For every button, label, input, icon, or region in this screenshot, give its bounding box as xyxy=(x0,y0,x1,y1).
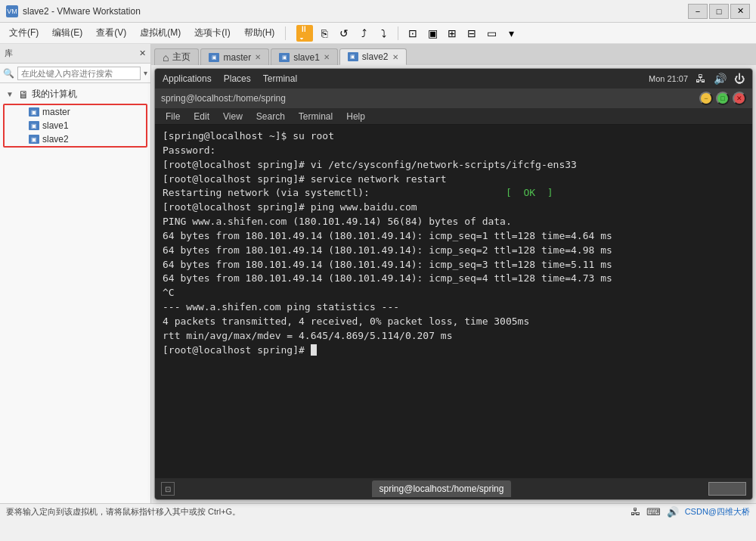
sidebar-title: 库 xyxy=(5,48,13,59)
status-right: 🖧 ⌨ 🔊 CSDN@四维大桥 xyxy=(631,506,750,518)
window-title: slave2 - VMware Workstation xyxy=(23,6,141,17)
tree-root-label: 我的计算机 xyxy=(32,88,77,101)
tree-root[interactable]: ▼ 🖥 我的计算机 xyxy=(0,86,150,102)
terminal-menu-search[interactable]: Search xyxy=(250,110,291,123)
tab-master-label: master xyxy=(223,52,251,63)
terminal-menu-file[interactable]: File xyxy=(160,110,186,123)
terminal-menu-bar: File Edit View Search Terminal Help xyxy=(155,108,752,125)
tab-vm-icon-slave1: ▣ xyxy=(279,53,290,62)
tab-master-close[interactable]: ✕ xyxy=(255,53,261,61)
search-input[interactable] xyxy=(17,67,141,80)
app-icon: VM xyxy=(6,5,18,17)
terminal-tab-label: spring@localhost:/home/spring xyxy=(380,483,504,494)
status-network-icon[interactable]: 🖧 xyxy=(631,506,640,518)
minimize-button[interactable]: − xyxy=(688,4,708,19)
sidebar-header: 库 ✕ xyxy=(0,44,150,64)
gnome-topbar-right: Mon 21:07 🖧 🔊 ⏻ xyxy=(649,73,745,85)
pause-button[interactable]: ⏸ ▾ xyxy=(296,25,313,42)
tree-children: ▣ master ▣ slave1 ▣ slave2 xyxy=(5,105,146,146)
status-bar: 要将输入定向到该虚拟机，请将鼠标指针移入其中或按 Ctrl+G。 🖧 ⌨ 🔊 C… xyxy=(0,503,756,520)
maximize-button[interactable]: □ xyxy=(709,4,729,19)
computer-icon: 🖥 xyxy=(17,89,29,100)
gnome-network-icon[interactable]: 🖧 xyxy=(696,73,706,85)
menu-file[interactable]: 文件(F) xyxy=(3,23,45,42)
vm-icon-master: ▣ xyxy=(29,107,39,117)
terminal-menu-terminal[interactable]: Terminal xyxy=(293,110,339,123)
gnome-minimize-button[interactable]: − xyxy=(699,92,713,105)
terminal-bottom-bar: ⊡ spring@localhost:/home/spring xyxy=(155,478,752,499)
search-icon: 🔍 xyxy=(3,68,14,79)
tab-slave1[interactable]: ▣ slave1 ✕ xyxy=(271,48,338,65)
terminal-menu-edit[interactable]: Edit xyxy=(187,110,215,123)
copy-icon[interactable]: ⎘ xyxy=(316,25,333,42)
terminal-tab-bar: spring@localhost:/home/spring xyxy=(372,480,512,497)
status-input-icon[interactable]: ⌨ xyxy=(646,506,661,518)
tab-slave2-label: slave2 xyxy=(362,51,389,62)
fullscreen-icon[interactable]: ⊡ xyxy=(404,25,421,42)
slave2-label: slave2 xyxy=(42,134,69,145)
menu-vm[interactable]: 虚拟机(M) xyxy=(134,23,187,42)
term-search-box[interactable] xyxy=(708,482,746,496)
status-message: 要将输入定向到该虚拟机，请将鼠标指针移入其中或按 Ctrl+G。 xyxy=(6,506,240,518)
vm-icon-slave2: ▣ xyxy=(29,135,39,144)
sidebar-search-bar: 🔍 ▾ xyxy=(0,64,150,83)
status-sound-icon[interactable]: 🔊 xyxy=(667,506,679,518)
gnome-topbar: Applications Places Terminal Mon 21:07 🖧… xyxy=(155,69,752,89)
receive-icon[interactable]: ⤵ xyxy=(375,25,392,42)
search-dropdown-icon[interactable]: ▾ xyxy=(144,69,147,77)
terminal-tab-spring[interactable]: spring@localhost:/home/spring xyxy=(372,480,512,497)
gnome-places-menu[interactable]: Places xyxy=(224,73,251,84)
sidebar-close-icon[interactable]: ✕ xyxy=(139,48,146,58)
slave1-label: slave1 xyxy=(42,120,69,131)
gnome-sound-icon[interactable]: 🔊 xyxy=(714,73,727,85)
tab-vm-icon-master: ▣ xyxy=(209,53,219,62)
title-bar-left: VM slave2 - VMware Workstation xyxy=(6,5,141,17)
sidebar-item-slave2[interactable]: ▣ slave2 xyxy=(26,132,146,146)
refresh-icon[interactable]: ↺ xyxy=(336,25,352,42)
gnome-terminal-menu[interactable]: Terminal xyxy=(263,73,297,84)
vm-group: ▣ master ▣ slave1 ▣ slave2 xyxy=(3,104,147,148)
menu-tabs[interactable]: 选项卡(I) xyxy=(188,23,236,42)
gnome-close-button[interactable]: ✕ xyxy=(733,92,746,105)
home-icon: ⌂ xyxy=(163,51,169,64)
watermark: CSDN@四维大桥 xyxy=(685,506,750,518)
content-area: ⌂ 主页 ▣ master ✕ ▣ slave1 ✕ ▣ slave2 ✕ xyxy=(151,44,756,503)
sidebar-item-master[interactable]: ▣ master xyxy=(26,105,146,119)
tab-slave1-close[interactable]: ✕ xyxy=(324,53,330,61)
grid-icon[interactable]: ⊞ xyxy=(444,25,460,42)
terminal-menu-view[interactable]: View xyxy=(217,110,249,123)
terminal-menu-help[interactable]: Help xyxy=(340,110,371,123)
menu-separator xyxy=(285,26,286,40)
gnome-maximize-button[interactable]: □ xyxy=(716,92,730,105)
vm-tabs-bar: ⌂ 主页 ▣ master ✕ ▣ slave1 ✕ ▣ slave2 ✕ xyxy=(151,44,756,65)
gnome-apps-menu[interactable]: Applications xyxy=(163,73,212,84)
terminal-frame: Applications Places Terminal Mon 21:07 🖧… xyxy=(151,65,756,503)
screen-icon[interactable]: ▭ xyxy=(483,25,500,42)
main-layout: 库 ✕ 🔍 ▾ ▼ 🖥 我的计算机 ▣ master ▣ xyxy=(0,44,756,503)
send-icon[interactable]: ⤴ xyxy=(355,25,372,42)
close-button[interactable]: ✕ xyxy=(730,4,750,19)
terminal-window-title: spring@localhost:/home/spring xyxy=(161,93,286,104)
toolbar-separator xyxy=(398,26,398,40)
menu-edit[interactable]: 编辑(E) xyxy=(46,23,88,42)
vm-icon-slave1: ▣ xyxy=(29,121,39,130)
sidebar: 库 ✕ 🔍 ▾ ▼ 🖥 我的计算机 ▣ master ▣ xyxy=(0,44,151,503)
menu-bar: 文件(F) 编辑(E) 查看(V) 虚拟机(M) 选项卡(I) 帮助(H) ⏸ … xyxy=(0,23,756,44)
gnome-power-icon[interactable]: ⏻ xyxy=(734,73,745,85)
menu-view[interactable]: 查看(V) xyxy=(90,23,132,42)
gnome-window: Applications Places Terminal Mon 21:07 🖧… xyxy=(154,68,753,500)
vm-icon[interactable]: ▣ xyxy=(424,25,441,42)
sidebar-item-slave1[interactable]: ▣ slave1 xyxy=(26,119,146,132)
term-screen-icon[interactable]: ⊡ xyxy=(161,482,175,496)
tab-master[interactable]: ▣ master ✕ xyxy=(200,48,269,65)
more-icon[interactable]: ▾ xyxy=(503,25,519,42)
window-controls: − □ ✕ xyxy=(688,4,750,19)
tab-home[interactable]: ⌂ 主页 xyxy=(154,48,199,65)
terminal-output[interactable]: [spring@localhost ~]$ su root Password: … xyxy=(155,125,752,478)
gnome-terminal-title-bar: spring@localhost:/home/spring − □ ✕ xyxy=(155,89,752,108)
menu-help[interactable]: 帮助(H) xyxy=(238,23,281,42)
tab-home-label: 主页 xyxy=(172,51,191,64)
tab-slave2[interactable]: ▣ slave2 ✕ xyxy=(339,48,407,65)
layout-icon[interactable]: ⊟ xyxy=(463,25,480,42)
tab-slave2-close[interactable]: ✕ xyxy=(392,53,398,61)
